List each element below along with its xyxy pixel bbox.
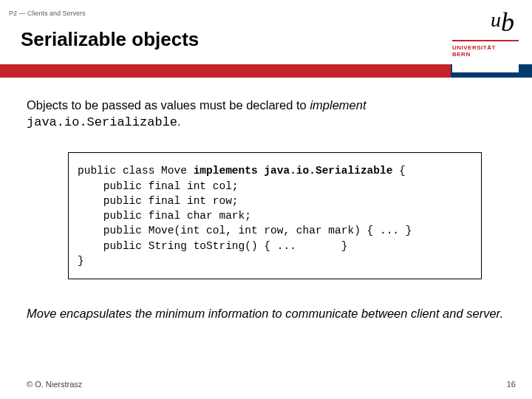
logo-letter-u: u [491,8,501,31]
university-logo: ub UNIVERSITÄT BERN [452,7,519,72]
intro-text-1: Objects to be passed as values must be d… [27,98,310,112]
code-box: public class Move implements java.io.Ser… [68,152,482,279]
intro-code: java.io.Serializable [27,115,177,129]
breadcrumb: P2 — Clients and Servers [9,10,86,17]
logo-letter-b: b [501,7,514,37]
logo-text-1: UNIVERSITÄT [452,44,519,51]
copyright: © O. Nierstrasz [27,380,82,389]
footer: © O. Nierstrasz 16 [27,380,516,389]
intro-paragraph: Objects to be passed as values must be d… [27,97,505,132]
intro-text-2: . [177,115,181,128]
slide-title: Serializable objects [21,28,511,51]
intro-emphasis: implement [310,98,366,112]
code-block: public class Move implements java.io.Ser… [78,163,472,268]
logo-separator [452,40,519,41]
page-number: 16 [507,380,516,389]
logo-text-2: BERN [452,51,519,58]
content-area: Objects to be passed as values must be d… [0,78,532,322]
divider-red [0,64,451,78]
outro-paragraph: Move encapsulates the minimum informatio… [27,306,505,321]
